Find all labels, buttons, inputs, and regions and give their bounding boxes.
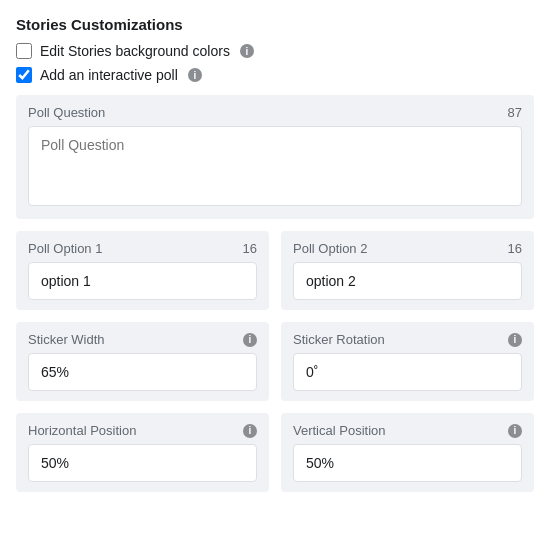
section-title: Stories Customizations — [16, 16, 534, 33]
sticker-rotation-input[interactable] — [293, 353, 522, 391]
poll-option2-count: 16 — [508, 241, 522, 256]
poll-option2-header: Poll Option 2 16 — [293, 241, 522, 256]
poll-option2-section: Poll Option 2 16 — [281, 231, 534, 310]
sticker-rotation-label: Sticker Rotation — [293, 332, 385, 347]
sticker-rotation-info-icon[interactable]: i — [508, 333, 522, 347]
horizontal-position-info-icon[interactable]: i — [243, 424, 257, 438]
poll-option1-count: 16 — [243, 241, 257, 256]
sticker-rotation-section: Sticker Rotation i — [281, 322, 534, 401]
horizontal-position-input[interactable] — [28, 444, 257, 482]
vertical-position-section: Vertical Position i — [281, 413, 534, 492]
poll-options-row: Poll Option 1 16 Poll Option 2 16 — [16, 231, 534, 310]
horizontal-position-section: Horizontal Position i — [16, 413, 269, 492]
poll-option2-label: Poll Option 2 — [293, 241, 367, 256]
sticker-width-section: Sticker Width i — [16, 322, 269, 401]
poll-question-input[interactable] — [28, 126, 522, 206]
edit-bg-colors-checkbox[interactable] — [16, 43, 32, 59]
interactive-poll-row: Add an interactive poll i — [16, 67, 534, 83]
poll-question-header: Poll Question 87 — [28, 105, 522, 120]
sticker-width-label: Sticker Width — [28, 332, 105, 347]
vertical-position-input[interactable] — [293, 444, 522, 482]
poll-question-section: Poll Question 87 — [16, 95, 534, 219]
interactive-poll-info-icon[interactable]: i — [188, 68, 202, 82]
edit-bg-colors-label[interactable]: Edit Stories background colors — [40, 43, 230, 59]
vertical-position-header: Vertical Position i — [293, 423, 522, 438]
poll-option2-input[interactable] — [293, 262, 522, 300]
horizontal-position-header: Horizontal Position i — [28, 423, 257, 438]
edit-bg-colors-row: Edit Stories background colors i — [16, 43, 534, 59]
position-row: Horizontal Position i Vertical Position … — [16, 413, 534, 492]
poll-option1-section: Poll Option 1 16 — [16, 231, 269, 310]
sticker-width-header: Sticker Width i — [28, 332, 257, 347]
poll-option1-input[interactable] — [28, 262, 257, 300]
horizontal-position-label: Horizontal Position — [28, 423, 136, 438]
poll-option1-header: Poll Option 1 16 — [28, 241, 257, 256]
sticker-width-info-icon[interactable]: i — [243, 333, 257, 347]
poll-option1-label: Poll Option 1 — [28, 241, 102, 256]
vertical-position-info-icon[interactable]: i — [508, 424, 522, 438]
edit-bg-info-icon[interactable]: i — [240, 44, 254, 58]
interactive-poll-label[interactable]: Add an interactive poll — [40, 67, 178, 83]
sticker-width-input[interactable] — [28, 353, 257, 391]
sticker-row: Sticker Width i Sticker Rotation i — [16, 322, 534, 401]
vertical-position-label: Vertical Position — [293, 423, 386, 438]
poll-question-count: 87 — [508, 105, 522, 120]
interactive-poll-checkbox[interactable] — [16, 67, 32, 83]
poll-question-label: Poll Question — [28, 105, 105, 120]
sticker-rotation-header: Sticker Rotation i — [293, 332, 522, 347]
